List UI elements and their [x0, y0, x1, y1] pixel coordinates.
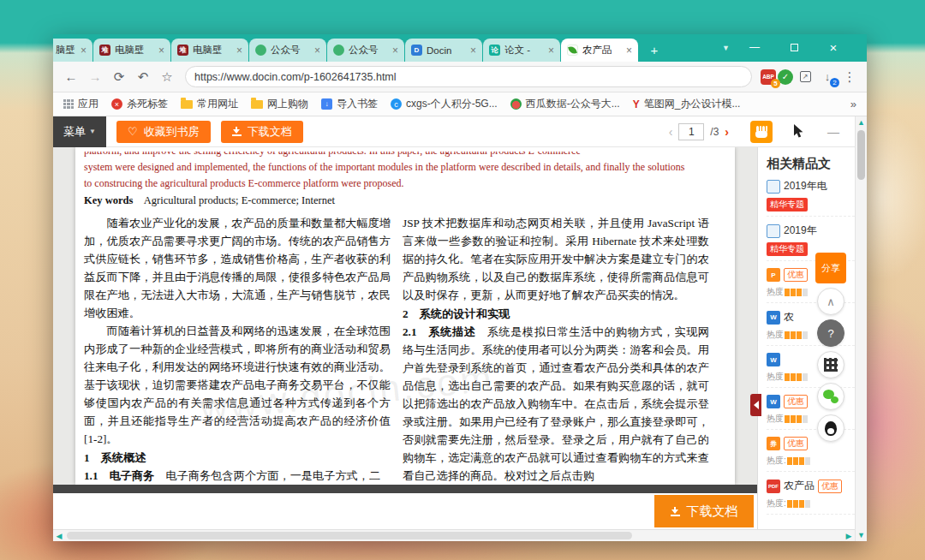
green-favicon	[255, 45, 266, 56]
refresh-button[interactable]: ⟳	[108, 66, 130, 88]
download-doc-button[interactable]: 下载文档	[221, 121, 303, 143]
related-doc-item[interactable]: 2019年电 精华专题	[767, 179, 855, 217]
help-button[interactable]: ?	[817, 319, 844, 347]
browser-toolbar: ← → ⟳ ↶ ☆ https://www.docin.com/p-160264…	[53, 62, 867, 92]
undo-icon[interactable]: ↶	[132, 66, 154, 88]
favorite-button[interactable]: ♡ 收藏到书房	[116, 121, 211, 143]
paragraph: 而随着计算机的日益普及和网络的迅速发展，在全球范围内形成了一种新的企业经营模式，…	[84, 322, 391, 448]
import-bookmarks-icon: ↓	[321, 98, 332, 110]
paragraph: JSP 技术把数据库和动态网页相关联，并且使用 JavaScript 语言来做一…	[403, 214, 709, 304]
page-number-input[interactable]: 1	[678, 123, 704, 140]
scroll-down-icon[interactable]: ▼	[856, 529, 867, 541]
teal-favicon: 论	[489, 45, 500, 56]
word-icon: W	[767, 395, 780, 408]
browser-tab[interactable]: 堆 电脑壁 ×	[171, 39, 248, 62]
bookmark-folder[interactable]: 网上购物	[251, 97, 308, 111]
folder-icon	[181, 100, 193, 109]
tab-close-icon[interactable]: ×	[626, 45, 632, 57]
page-navigation: ‹ 1 /3 › —	[669, 121, 855, 143]
bookmark-star-icon[interactable]: ☆	[156, 66, 178, 88]
tab-label: 电脑壁	[193, 44, 232, 57]
doc-icon	[767, 180, 780, 194]
duitang-favicon: 堆	[177, 45, 188, 56]
scroll-left-icon[interactable]: ◀	[53, 530, 65, 541]
qq-icon	[825, 421, 837, 436]
bookmark-item[interactable]: × 杀死标签	[111, 97, 168, 111]
browser-tab[interactable]: 脑壁 ×	[53, 39, 92, 62]
tab-close-icon[interactable]: ×	[236, 45, 242, 57]
pdf-icon: PDF	[767, 480, 780, 493]
document-viewer: platform, and improve the selling effici…	[53, 147, 757, 529]
browser-tab[interactable]: 堆 电脑壁 ×	[93, 39, 170, 62]
bookmark-item[interactable]: 西瓜数据-公众号大...	[510, 97, 620, 111]
window-close-button[interactable]: ×	[817, 36, 850, 58]
clipped-text-line: platform, and improve the selling effici…	[84, 152, 714, 159]
vertical-scrollbar[interactable]: ▲ ▼	[855, 116, 867, 541]
scroll-up-icon[interactable]: ▲	[856, 116, 867, 128]
browser-tab[interactable]: 公众号 ×	[249, 39, 326, 62]
qr-code-button[interactable]	[817, 351, 844, 378]
coupon-tag: 优惠	[784, 268, 808, 282]
heat-indicator: 热度:	[767, 455, 855, 467]
wechat-share-button[interactable]	[817, 383, 844, 410]
share-button[interactable]: 分享	[815, 253, 846, 283]
doc-icon	[767, 224, 780, 238]
doc-title: 农	[784, 310, 794, 325]
bookmark-folder[interactable]: 常用网址	[181, 97, 238, 111]
adblock-extension-icon[interactable]: ABP 5	[761, 69, 776, 85]
related-doc-item[interactable]: 券 优惠 热度:	[767, 437, 855, 472]
document-page: platform, and improve the selling effici…	[75, 147, 735, 485]
browser-tab-active[interactable]: 农产品 ×	[561, 39, 638, 62]
download-icon	[671, 507, 680, 516]
back-button[interactable]: ←	[60, 66, 82, 88]
bookmark-item[interactable]: Y 笔图网_办公设计模...	[633, 97, 741, 111]
scroll-right-icon[interactable]: ▶	[843, 530, 855, 541]
related-doc-item[interactable]: PDF 农产品 优惠 热度:	[767, 479, 855, 515]
downloads-icon[interactable]: ↓ 2	[817, 67, 838, 87]
new-tab-button[interactable]: +	[643, 41, 665, 58]
cxgs-favicon: c	[391, 98, 402, 110]
tab-close-icon[interactable]: ×	[158, 45, 164, 57]
tab-close-icon[interactable]: ×	[392, 45, 398, 57]
scroll-top-button[interactable]: ∧	[817, 288, 844, 315]
horizontal-scrollbar-thumb[interactable]	[67, 532, 632, 539]
address-bar[interactable]: https://www.docin.com/p-1602641735.html	[185, 66, 752, 87]
coupon-tag: 优惠	[784, 437, 808, 450]
tabs-dropdown-icon[interactable]: ▼	[722, 44, 730, 52]
browser-tab[interactable]: 论 论文 - ×	[483, 39, 560, 62]
window-minimize-button[interactable]: —	[738, 36, 771, 58]
kill-tab-icon: ×	[111, 98, 122, 110]
bookmark-item[interactable]: c cxgs-个人积分-5G...	[391, 97, 498, 111]
footer-download-button[interactable]: 下载文档	[654, 495, 754, 527]
tab-close-icon[interactable]: ×	[548, 45, 554, 57]
browser-tab[interactable]: D Docin ×	[405, 39, 482, 62]
forward-button[interactable]: →	[84, 66, 106, 88]
download-icon	[232, 127, 242, 136]
next-page-icon[interactable]: ›	[725, 125, 729, 139]
paragraph: 2.1 系统描述 系统是模拟日常生活中的购物方式，实现网络与生活同步。系统的使用…	[403, 323, 709, 485]
bookmarks-overflow-icon[interactable]: »	[850, 98, 856, 110]
apps-button[interactable]: 应用	[63, 97, 98, 111]
vertical-scrollbar-thumb[interactable]	[857, 130, 865, 180]
browser-tab[interactable]: 公众号 ×	[327, 39, 404, 62]
prev-page-icon[interactable]: ‹	[669, 125, 673, 139]
qq-share-button[interactable]	[817, 414, 844, 442]
right-column: JSP 技术把数据库和动态网页相关联，并且使用 JavaScript 语言来做一…	[403, 214, 709, 485]
browser-menu-icon[interactable]: ⋮	[839, 67, 860, 87]
tab-close-icon[interactable]: ×	[470, 45, 476, 57]
horizontal-scrollbar[interactable]: ◀ ▶	[53, 529, 855, 541]
tab-close-icon[interactable]: ×	[314, 45, 320, 57]
premium-badge: 精华专题	[767, 242, 808, 256]
menu-button[interactable]: 菜单 ▼	[53, 116, 106, 147]
cursor-arrow-icon	[792, 124, 804, 139]
panel-icon[interactable]: ↗	[795, 67, 815, 87]
sidebar-collapse-arrow[interactable]	[750, 394, 761, 416]
tab-close-icon[interactable]: ×	[81, 45, 87, 57]
bookmark-item[interactable]: ↓ 导入书签	[321, 97, 378, 111]
viewer-main: platform, and improve the selling effici…	[53, 147, 855, 529]
downloads-badge: 2	[830, 78, 839, 87]
toolbar-collapse-icon[interactable]: —	[827, 125, 839, 139]
window-maximize-button[interactable]	[778, 36, 810, 58]
hand-tool-button[interactable]	[750, 121, 773, 143]
select-tool-button[interactable]	[787, 121, 809, 143]
